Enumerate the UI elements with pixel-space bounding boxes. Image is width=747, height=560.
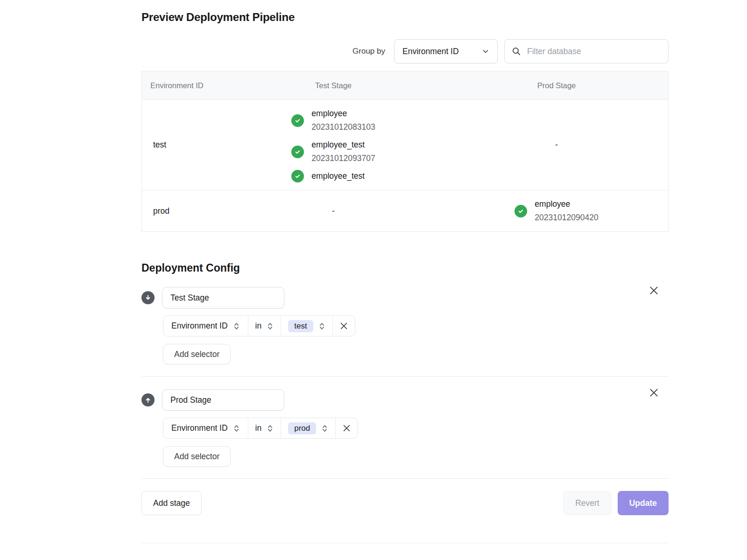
selector-field-select[interactable]: Environment ID xyxy=(163,418,248,438)
database-item: employee_test 20231012093707 xyxy=(291,138,375,165)
environment-id-cell: test xyxy=(142,140,222,150)
actions-divider xyxy=(141,478,669,479)
pipeline-preview-table: Environment ID Test Stage Prod Stage tes… xyxy=(141,71,669,232)
remove-selector-button[interactable] xyxy=(335,418,358,438)
environment-id-cell: prod xyxy=(142,206,222,216)
database-version: 20231012090420 xyxy=(535,211,598,224)
label-selector: Environment ID in prod xyxy=(163,418,358,439)
stage-name-input[interactable] xyxy=(162,287,284,308)
selector-value-select[interactable]: test xyxy=(281,316,332,336)
group-by-label: Group by xyxy=(352,47,385,56)
up-down-arrows-icon xyxy=(233,423,240,434)
arrow-up-circle-icon xyxy=(141,393,155,406)
add-selector-button[interactable]: Add selector xyxy=(163,344,231,364)
database-item: employee_test xyxy=(291,169,365,183)
group-by-selected-value: Environment ID xyxy=(402,47,459,56)
x-icon xyxy=(343,424,351,432)
label-selector: Environment ID in test xyxy=(163,315,355,336)
selector-operator-select[interactable]: in xyxy=(248,418,281,438)
test-stage-cell: employee 20231012083103 employee_test 20… xyxy=(222,100,445,190)
database-text: employee 20231012090420 xyxy=(535,197,598,224)
up-down-arrows-icon xyxy=(321,423,328,434)
remove-stage-button[interactable] xyxy=(648,285,659,296)
page-title: Preview Deployment Pipeline xyxy=(141,11,669,24)
database-name: employee xyxy=(311,107,375,120)
stage-section-test: Environment ID in test xyxy=(141,287,669,364)
table-header-row: Environment ID Test Stage Prod Stage xyxy=(142,71,668,99)
success-check-icon xyxy=(291,170,304,182)
x-icon xyxy=(340,322,348,330)
database-list: employee 20231012090420 xyxy=(514,190,598,231)
database-version: 20231012083103 xyxy=(311,120,375,134)
update-button[interactable]: Update xyxy=(618,491,669,515)
success-check-icon xyxy=(291,114,304,127)
selector-operator-value: in xyxy=(255,423,262,433)
up-down-arrows-icon xyxy=(267,423,274,434)
database-name: employee xyxy=(535,197,598,211)
database-name: employee_test xyxy=(311,169,365,183)
selector-value-select[interactable]: prod xyxy=(281,418,335,438)
up-down-arrows-icon xyxy=(318,321,325,331)
column-header-prod-stage: Prod Stage xyxy=(445,81,668,90)
deployment-pipeline-page: Preview Deployment Pipeline Group by Env… xyxy=(141,0,669,543)
selector-value-tag: prod xyxy=(288,422,316,434)
up-down-arrows-icon xyxy=(267,321,274,331)
stage-header xyxy=(141,287,669,308)
selector-field-value: Environment ID xyxy=(171,321,228,331)
stage-divider xyxy=(141,376,669,377)
stage-name-input[interactable] xyxy=(162,389,284,411)
database-version: 20231012093707 xyxy=(311,152,375,165)
revert-button[interactable]: Revert xyxy=(563,491,612,515)
remove-selector-button[interactable] xyxy=(332,316,355,336)
selector-row: Environment ID in test xyxy=(163,315,669,336)
stage-header xyxy=(141,389,669,411)
up-down-arrows-icon xyxy=(233,321,240,331)
filter-database-search[interactable] xyxy=(504,39,669,63)
add-selector-button[interactable]: Add selector xyxy=(163,446,231,467)
selector-operator-value: in xyxy=(255,321,262,331)
success-check-icon xyxy=(514,205,527,217)
column-header-test-stage: Test Stage xyxy=(222,81,445,90)
toolbar: Group by Environment ID xyxy=(141,39,669,63)
selector-value-tag: test xyxy=(288,320,313,332)
selector-row: Environment ID in prod xyxy=(163,418,669,439)
bottom-actions: Add stage Revert Update xyxy=(141,491,669,515)
table-row: test employee 20231012083103 xyxy=(142,99,668,190)
database-item: employee 20231012090420 xyxy=(514,197,598,224)
database-list: employee 20231012083103 employee_test 20… xyxy=(291,100,375,190)
add-stage-button[interactable]: Add stage xyxy=(141,491,202,515)
prod-stage-cell: - xyxy=(445,140,668,150)
selector-field-value: Environment ID xyxy=(171,423,228,433)
arrow-down-circle-icon xyxy=(141,291,155,304)
prod-stage-cell: employee 20231012090420 xyxy=(445,190,668,231)
empty-stage-dash: - xyxy=(332,206,335,216)
test-stage-cell: - xyxy=(222,206,445,216)
remove-stage-button[interactable] xyxy=(648,387,659,398)
group-by-select[interactable]: Environment ID xyxy=(394,39,498,63)
stage-section-prod: Environment ID in prod xyxy=(141,389,669,467)
selector-field-select[interactable]: Environment ID xyxy=(163,316,248,336)
deployment-config-title: Deployment Config xyxy=(141,262,669,274)
selector-operator-select[interactable]: in xyxy=(248,316,281,336)
database-text: employee 20231012083103 xyxy=(311,107,375,134)
chevron-down-icon xyxy=(482,48,489,55)
database-text: employee_test xyxy=(311,169,365,183)
search-icon xyxy=(512,47,521,56)
page-bottom-divider xyxy=(141,543,669,543)
database-item: employee 20231012083103 xyxy=(291,107,375,134)
filter-database-input[interactable] xyxy=(526,46,661,57)
empty-stage-dash: - xyxy=(555,140,558,150)
column-header-environment-id: Environment ID xyxy=(142,81,222,90)
table-row: prod - employee 20231012090420 xyxy=(142,190,668,231)
database-name: employee_test xyxy=(311,138,375,152)
success-check-icon xyxy=(291,146,304,158)
database-text: employee_test 20231012093707 xyxy=(311,138,375,165)
